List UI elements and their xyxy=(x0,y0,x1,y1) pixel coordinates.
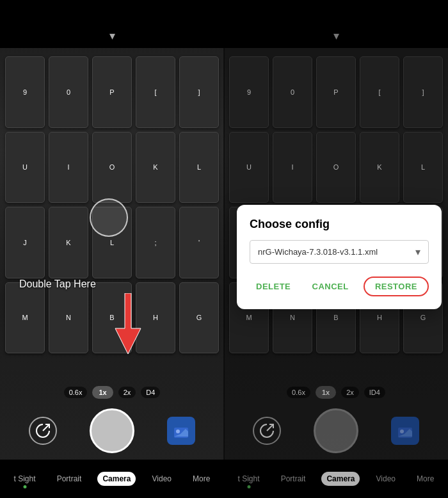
config-dropdown[interactable]: nrG-Wichaya-7.3.018-v3.1.1.xml ▾ xyxy=(250,240,429,264)
key-8: K xyxy=(136,132,175,204)
active-dot-left xyxy=(23,485,26,488)
mode-portrait-left[interactable]: Portrait xyxy=(52,472,87,486)
svg-marker-1 xyxy=(115,293,141,354)
key-14: ' xyxy=(179,207,219,278)
rotate-camera-button-left[interactable] xyxy=(29,417,57,445)
cancel-button[interactable]: CANCEL xyxy=(306,278,355,295)
main-container: 9 0 P [ ] U I O K L J K L ; ' M N B H G … xyxy=(0,0,448,498)
choose-config-dialog: Choose config nrG-Wichaya-7.3.018-v3.1.1… xyxy=(237,205,442,309)
key-13: ; xyxy=(136,207,175,278)
key-16: N xyxy=(49,282,88,354)
panel-divider xyxy=(223,48,225,498)
key-7: O xyxy=(92,132,132,204)
chevron-down-icon-left: ▾ xyxy=(109,29,115,43)
focus-circle xyxy=(90,198,128,237)
delete-button[interactable]: DELETE xyxy=(250,278,297,295)
double-tap-label: Double Tap Here xyxy=(19,278,96,290)
mode-tsight-left[interactable]: t Sight xyxy=(9,472,41,486)
shutter-button-left[interactable] xyxy=(90,408,134,453)
mode-video-left[interactable]: Video xyxy=(147,472,177,486)
key-1: 0 xyxy=(49,56,88,128)
key-4: ] xyxy=(179,56,219,128)
key-3: [ xyxy=(136,56,175,128)
mode-camera-left[interactable]: Camera xyxy=(97,472,136,486)
dialog-title: Choose config xyxy=(250,218,429,231)
zoom-controls-left: 0.6x 1x 2x D4 xyxy=(0,386,224,399)
key-19: G xyxy=(179,282,219,354)
mode-bar-left: t Sight Portrait Camera Video More xyxy=(0,460,224,498)
camera-controls-left xyxy=(0,408,224,453)
key-10: J xyxy=(5,207,45,278)
right-panel: 9 0 P [ ] U I O K L J K L ; ' M N B H G … xyxy=(224,0,448,498)
dialog-actions: DELETE CANCEL RESTORE xyxy=(250,277,429,296)
key-15: M xyxy=(5,282,45,354)
red-arrow-icon xyxy=(109,293,147,360)
restore-button[interactable]: RESTORE xyxy=(364,277,429,296)
gallery-button-left[interactable] xyxy=(167,417,195,445)
top-bar-left: ▾ xyxy=(0,0,224,48)
zoom-d4-left[interactable]: D4 xyxy=(141,387,160,398)
left-panel: 9 0 P [ ] U I O K L J K L ; ' M N B H G … xyxy=(0,0,224,498)
dropdown-arrow-icon: ▾ xyxy=(415,246,420,258)
key-9: L xyxy=(179,132,219,204)
zoom-06x-left[interactable]: 0.6x xyxy=(64,387,88,398)
key-2: P xyxy=(92,56,132,128)
key-11: K xyxy=(49,207,88,278)
key-6: I xyxy=(49,132,88,204)
key-0: 9 xyxy=(5,56,45,128)
key-5: U xyxy=(5,132,45,204)
dropdown-value: nrG-Wichaya-7.3.018-v3.1.1.xml xyxy=(258,247,378,257)
zoom-2x-left[interactable]: 2x xyxy=(118,387,136,398)
zoom-1x-left[interactable]: 1x xyxy=(92,386,113,399)
mode-more-left[interactable]: More xyxy=(188,472,215,486)
svg-point-4 xyxy=(176,430,180,433)
